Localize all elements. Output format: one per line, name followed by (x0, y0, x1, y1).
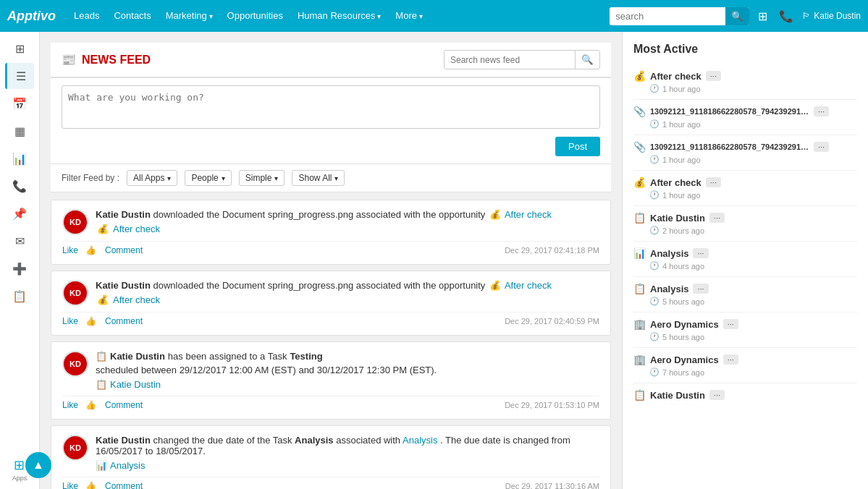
news-feed-header: 📰 NEWS FEED 🔍 (51, 43, 611, 78)
more-button[interactable]: ··· (814, 106, 829, 116)
user-label[interactable]: 🏳 Katie Dustin (802, 11, 861, 21)
feed-timestamp-2: Dec 29, 2017 02:40:59 PM (505, 317, 599, 326)
feed-actions: Like 👍 Comment Dec 29, 2017 02:40:59 PM (62, 312, 599, 326)
news-feed-title: 📰 NEWS FEED (62, 53, 151, 67)
filter-show-all[interactable]: Show All ▾ (292, 170, 345, 186)
nav-leads[interactable]: Leads (67, 0, 106, 32)
phone-nav-icon[interactable]: 📞 (776, 7, 796, 26)
like-link-4[interactable]: Like (62, 481, 78, 489)
more-button[interactable]: ··· (723, 319, 738, 329)
feed-text: Katie Dustin downloaded the Document spr… (96, 280, 599, 306)
comment-link[interactable]: Comment (105, 245, 143, 255)
comment-link-3[interactable]: Comment (105, 400, 143, 410)
active-item-time: 🕐 7 hours ago (649, 367, 857, 377)
comment-link-2[interactable]: Comment (105, 316, 143, 326)
feed-item-content: KD Katie Dustin downloaded the Document … (62, 280, 599, 306)
content-area: 📰 NEWS FEED 🔍 Post Filter Feed by : (40, 32, 868, 489)
grid-nav-icon[interactable]: ⊞ (755, 7, 770, 26)
active-item-name: 13092121_911818662280578_794239291160440… (650, 143, 809, 151)
avatar: KD (62, 280, 88, 306)
feed-sub-link-3[interactable]: Katie Dustin (110, 379, 161, 390)
more-button[interactable]: ··· (723, 354, 738, 365)
active-item: 📎 13092121_911818662280578_7942392911604… (633, 135, 857, 171)
comment-link-4[interactable]: Comment (105, 481, 143, 489)
feed-link-after-check-2[interactable]: After check (505, 280, 552, 291)
like-link-3[interactable]: Like (62, 400, 78, 410)
task-active-icon-3: 📋 (633, 389, 646, 401)
like-link-2[interactable]: Like (62, 316, 78, 326)
active-item-time: 🕐 1 hour ago (649, 119, 857, 129)
global-search-input[interactable] (610, 8, 725, 25)
news-feed-search-button[interactable]: 🔍 (575, 51, 599, 69)
left-sidebar: ⊞ ☰ 📅 ▦ 📊 📞 📌 ✉ ➕ 📋 ⊞ Apps (0, 32, 40, 489)
feed-item: KD Katie Dustin downloaded the Document … (51, 200, 611, 265)
active-item-time: 🕐 1 hour ago (649, 155, 857, 164)
feed-link-after-check[interactable]: After check (505, 209, 552, 220)
top-navigation: Apptivo Leads Contacts Marketing Opportu… (0, 0, 868, 32)
feed-item: KD Katie Dustin downloaded the Document … (51, 271, 611, 336)
nav-more[interactable]: More (388, 0, 429, 33)
active-item-row: 💰 After check ··· (633, 177, 857, 188)
feed-sub-link-4[interactable]: Analysis (110, 460, 145, 471)
active-item: 📋 Analysis ··· 🕐 5 hours ago (633, 277, 857, 312)
sidebar-plus-icon[interactable]: ➕ (5, 255, 34, 281)
sidebar-note-icon[interactable]: 📋 (5, 283, 34, 309)
feed-analysis-link[interactable]: Analysis (403, 435, 437, 446)
active-item-name: After check (650, 71, 701, 82)
active-item: 💰 After check ··· 🕐 1 hour ago (633, 171, 857, 206)
sidebar-list-icon[interactable]: ☰ (5, 63, 34, 89)
nav-contacts[interactable]: Contacts (106, 0, 158, 32)
active-item-time: 🕐 2 hours ago (649, 226, 857, 235)
news-feed-search-box: 🔍 (444, 50, 600, 69)
sidebar-chart-icon[interactable]: 📊 (5, 145, 34, 171)
compose-footer: Post (62, 137, 600, 156)
sidebar-grid-icon[interactable]: ⊞ (5, 35, 34, 61)
active-item: 💰 After check ··· 🕐 1 hour ago (633, 64, 857, 100)
active-item-row: 📋 Analysis ··· (633, 283, 857, 294)
thumb-up-icon: 👍 (85, 245, 96, 255)
sub-text: 📊 Analysis (96, 460, 599, 471)
more-button[interactable]: ··· (709, 390, 725, 400)
filter-people[interactable]: People ▾ (185, 170, 231, 186)
avatar: KD (62, 209, 88, 235)
task-active-icon: 📋 (633, 212, 646, 224)
more-button[interactable]: ··· (709, 213, 725, 223)
more-button[interactable]: ··· (814, 142, 829, 152)
filter-all-apps[interactable]: All Apps ▾ (127, 170, 177, 186)
avatar: KD (62, 351, 88, 377)
like-link[interactable]: Like (62, 245, 78, 255)
active-item-row: 📊 Analysis ··· (633, 247, 857, 259)
sidebar-calendar-icon[interactable]: 📅 (5, 90, 34, 116)
filter-simple[interactable]: Simple ▾ (239, 170, 285, 186)
nav-human-resources[interactable]: Human Resources (290, 0, 388, 33)
more-button[interactable]: ··· (706, 71, 721, 81)
sidebar-pin-icon[interactable]: 📌 (5, 200, 34, 226)
main-feed: 📰 NEWS FEED 🔍 Post Filter Feed by : (40, 32, 622, 489)
nav-opportunities[interactable]: Opportunities (220, 0, 290, 32)
feed-sub-link[interactable]: After check (113, 224, 160, 234)
money-icon-4: 💰 (97, 294, 109, 305)
global-search-button[interactable]: 🔍 (725, 7, 749, 25)
more-button[interactable]: ··· (693, 284, 708, 294)
feed-text: 📋 Katie Dustin has been assigned to a Ta… (96, 351, 599, 390)
more-button[interactable]: ··· (693, 248, 708, 258)
feed-sub-link-2[interactable]: After check (113, 294, 160, 305)
scroll-top-button[interactable]: ▲ (25, 452, 51, 478)
nav-marketing[interactable]: Marketing (159, 0, 220, 33)
post-button[interactable]: Post (555, 137, 600, 156)
app-logo[interactable]: Apptivo (7, 9, 56, 24)
sidebar-phone-icon[interactable]: 📞 (5, 173, 34, 199)
clock-icon: 🕐 (649, 367, 660, 377)
avatar: KD (62, 435, 88, 461)
more-button[interactable]: ··· (706, 177, 721, 187)
sidebar-mail-icon[interactable]: ✉ (5, 228, 34, 254)
active-item-name: After check (650, 177, 701, 188)
active-item-name: Katie Dustin (650, 390, 705, 401)
money-icon-3: 💰 (489, 280, 501, 291)
news-feed-search-input[interactable] (444, 52, 575, 68)
nav-links: Leads Contacts Marketing Opportunities H… (67, 0, 610, 33)
task-active-icon-2: 📋 (633, 283, 646, 294)
sidebar-table-icon[interactable]: ▦ (5, 118, 34, 144)
analysis-icon: 📊 (96, 460, 107, 471)
compose-textarea[interactable] (62, 85, 600, 129)
